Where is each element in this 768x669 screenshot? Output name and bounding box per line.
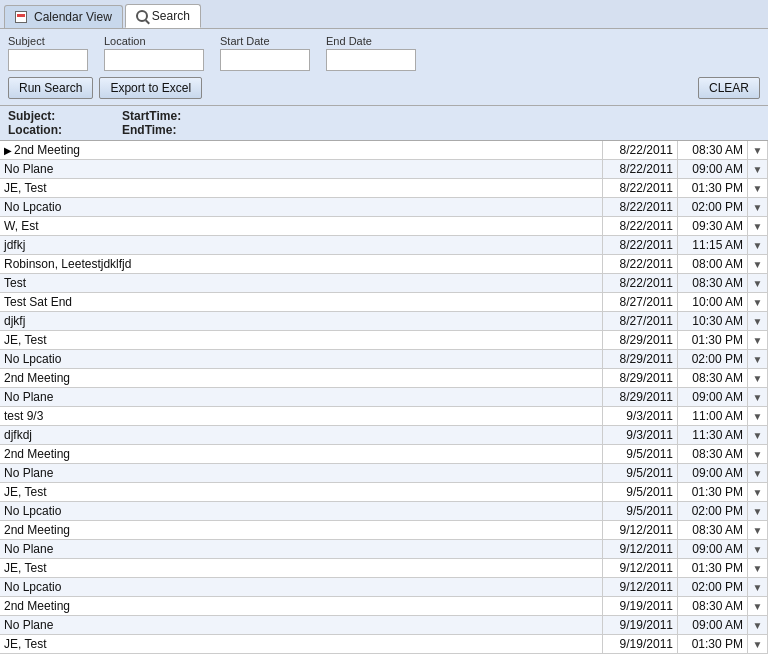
dropdown-arrow[interactable]: ▼ xyxy=(748,464,768,483)
dropdown-arrow[interactable]: ▼ xyxy=(748,179,768,198)
time-cell: 08:30 AM xyxy=(678,369,748,388)
toolbar: Subject Location Start Date End Date Run… xyxy=(0,29,768,106)
subject-label: Subject xyxy=(8,35,88,47)
tab-bar: Calendar View Search xyxy=(0,0,768,29)
dropdown-arrow[interactable]: ▼ xyxy=(748,502,768,521)
table-row[interactable]: djkfj8/27/201110:30 AM▼ xyxy=(0,312,768,331)
dropdown-arrow[interactable]: ▼ xyxy=(748,217,768,236)
start-date-input[interactable] xyxy=(220,49,310,71)
time-cell: 01:30 PM xyxy=(678,635,748,654)
tab-search[interactable]: Search xyxy=(125,4,201,28)
dropdown-arrow[interactable]: ▼ xyxy=(748,255,768,274)
time-cell: 02:00 PM xyxy=(678,350,748,369)
subject-cell: jdfkj xyxy=(0,236,603,255)
dropdown-arrow[interactable]: ▼ xyxy=(748,597,768,616)
time-cell: 01:30 PM xyxy=(678,331,748,350)
date-cell: 9/12/2011 xyxy=(603,521,678,540)
dropdown-arrow[interactable]: ▼ xyxy=(748,350,768,369)
date-cell: 8/22/2011 xyxy=(603,217,678,236)
table-row[interactable]: 2nd Meeting8/29/201108:30 AM▼ xyxy=(0,369,768,388)
results-container[interactable]: ▶2nd Meeting8/22/201108:30 AM▼No Plane8/… xyxy=(0,141,768,665)
table-row[interactable]: Test Sat End8/27/201110:00 AM▼ xyxy=(0,293,768,312)
table-row[interactable]: ▶2nd Meeting8/22/201108:30 AM▼ xyxy=(0,141,768,160)
tab-calendar-view[interactable]: Calendar View xyxy=(4,5,123,28)
dropdown-arrow[interactable]: ▼ xyxy=(748,236,768,255)
subject-cell: 2nd Meeting xyxy=(0,597,603,616)
date-cell: 8/22/2011 xyxy=(603,179,678,198)
date-cell: 9/12/2011 xyxy=(603,578,678,597)
dropdown-arrow[interactable]: ▼ xyxy=(748,483,768,502)
subject-cell: No Plane xyxy=(0,160,603,179)
subject-cell: No Lpcatio xyxy=(0,578,603,597)
table-row[interactable]: test 9/39/3/201111:00 AM▼ xyxy=(0,407,768,426)
date-cell: 8/29/2011 xyxy=(603,350,678,369)
date-cell: 8/29/2011 xyxy=(603,331,678,350)
export-excel-button[interactable]: Export to Excel xyxy=(99,77,202,99)
filter-summary: Subject: Location: StartTime: EndTime: xyxy=(0,106,768,141)
dropdown-arrow[interactable]: ▼ xyxy=(748,635,768,654)
end-date-input[interactable] xyxy=(326,49,416,71)
dropdown-arrow[interactable]: ▼ xyxy=(748,160,768,179)
subject-input[interactable] xyxy=(8,49,88,71)
dropdown-arrow[interactable]: ▼ xyxy=(748,445,768,464)
search-tab-icon xyxy=(136,10,148,22)
dropdown-arrow[interactable]: ▼ xyxy=(748,407,768,426)
dropdown-arrow[interactable]: ▼ xyxy=(748,331,768,350)
time-cell: 08:30 AM xyxy=(678,597,748,616)
dropdown-arrow[interactable]: ▼ xyxy=(748,521,768,540)
dropdown-arrow[interactable]: ▼ xyxy=(748,312,768,331)
table-row[interactable]: No Plane8/22/201109:00 AM▼ xyxy=(0,160,768,179)
table-row[interactable]: 2nd Meeting9/5/201108:30 AM▼ xyxy=(0,445,768,464)
dropdown-arrow[interactable]: ▼ xyxy=(748,578,768,597)
table-row[interactable]: No Lpcatio8/22/201102:00 PM▼ xyxy=(0,198,768,217)
table-row[interactable]: JE, Test8/29/201101:30 PM▼ xyxy=(0,331,768,350)
dropdown-arrow[interactable]: ▼ xyxy=(748,198,768,217)
dropdown-arrow[interactable]: ▼ xyxy=(748,274,768,293)
dropdown-arrow[interactable]: ▼ xyxy=(748,293,768,312)
subject-cell: ▶2nd Meeting xyxy=(0,141,603,160)
table-row[interactable]: No Plane8/29/201109:00 AM▼ xyxy=(0,388,768,407)
dropdown-arrow[interactable]: ▼ xyxy=(748,616,768,635)
table-row[interactable]: No Lpcatio9/12/201102:00 PM▼ xyxy=(0,578,768,597)
table-row[interactable]: Test8/22/201108:30 AM▼ xyxy=(0,274,768,293)
clear-button[interactable]: CLEAR xyxy=(698,77,760,99)
filter-location-label: Location: xyxy=(8,123,62,137)
end-date-label: End Date xyxy=(326,35,416,47)
table-row[interactable]: No Plane9/12/201109:00 AM▼ xyxy=(0,540,768,559)
table-row[interactable]: djfkdj9/3/201111:30 AM▼ xyxy=(0,426,768,445)
subject-cell: W, Est xyxy=(0,217,603,236)
table-row[interactable]: No Lpcatio8/29/201102:00 PM▼ xyxy=(0,350,768,369)
dropdown-arrow[interactable]: ▼ xyxy=(748,559,768,578)
table-row[interactable]: No Plane9/19/201109:00 AM▼ xyxy=(0,616,768,635)
table-row[interactable]: 2nd Meeting9/19/201108:30 AM▼ xyxy=(0,597,768,616)
subject-cell: djfkdj xyxy=(0,426,603,445)
dropdown-arrow[interactable]: ▼ xyxy=(748,369,768,388)
time-cell: 08:30 AM xyxy=(678,274,748,293)
table-row[interactable]: W, Est8/22/201109:30 AM▼ xyxy=(0,217,768,236)
table-row[interactable]: JE, Test8/22/201101:30 PM▼ xyxy=(0,179,768,198)
run-search-button[interactable]: Run Search xyxy=(8,77,93,99)
subject-cell: Robinson, Leetestjdklfjd xyxy=(0,255,603,274)
table-row[interactable]: JE, Test9/5/201101:30 PM▼ xyxy=(0,483,768,502)
location-input[interactable] xyxy=(104,49,204,71)
dropdown-arrow[interactable]: ▼ xyxy=(748,388,768,407)
table-row[interactable]: JE, Test9/12/201101:30 PM▼ xyxy=(0,559,768,578)
time-cell: 09:00 AM xyxy=(678,388,748,407)
calendar-icon xyxy=(15,11,27,23)
subject-cell: JE, Test xyxy=(0,635,603,654)
table-row[interactable]: No Plane9/5/201109:00 AM▼ xyxy=(0,464,768,483)
date-cell: 9/5/2011 xyxy=(603,502,678,521)
table-row[interactable]: Robinson, Leetestjdklfjd8/22/201108:00 A… xyxy=(0,255,768,274)
time-cell: 01:30 PM xyxy=(678,483,748,502)
dropdown-arrow[interactable]: ▼ xyxy=(748,540,768,559)
time-cell: 08:30 AM xyxy=(678,141,748,160)
date-cell: 9/5/2011 xyxy=(603,483,678,502)
table-row[interactable]: No Lpcatio9/5/201102:00 PM▼ xyxy=(0,502,768,521)
results-table: ▶2nd Meeting8/22/201108:30 AM▼No Plane8/… xyxy=(0,141,768,654)
table-row[interactable]: jdfkj8/22/201111:15 AM▼ xyxy=(0,236,768,255)
dropdown-arrow[interactable]: ▼ xyxy=(748,426,768,445)
table-row[interactable]: JE, Test9/19/201101:30 PM▼ xyxy=(0,635,768,654)
subject-cell: Test xyxy=(0,274,603,293)
table-row[interactable]: 2nd Meeting9/12/201108:30 AM▼ xyxy=(0,521,768,540)
dropdown-arrow[interactable]: ▼ xyxy=(748,141,768,160)
